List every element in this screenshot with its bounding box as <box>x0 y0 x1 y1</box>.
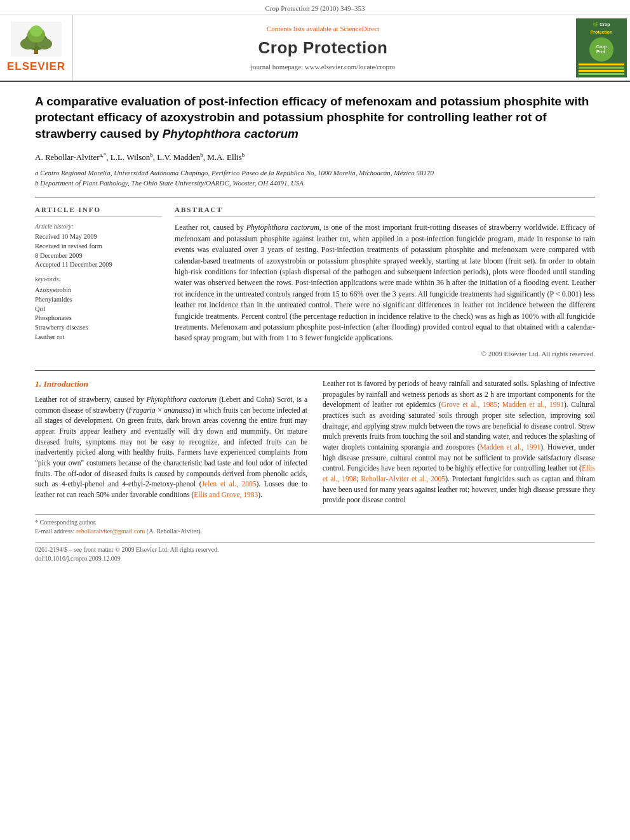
email-address: rebollaralviter@gmail.com <box>76 528 145 535</box>
citation-jelen: Jelen et al., 2005 <box>202 480 257 488</box>
journal-reference: Crop Protection 29 (2010) 349–353 <box>0 0 630 15</box>
citation-ellis-grove: Ellis and Grove, 1983 <box>194 491 258 498</box>
elsevier-tree-icon <box>11 22 62 57</box>
abstract-label: ABSTRACT <box>175 205 595 217</box>
revised-date: 8 December 2009 <box>35 251 162 261</box>
keyword-6: Leather rot <box>35 333 162 342</box>
crop-logo-title-text: 🌿 Crop <box>593 21 610 28</box>
footnote-corresponding: * Corresponding author. <box>35 518 595 527</box>
body-right-col: Leather rot is favored by periods of hea… <box>323 378 595 505</box>
journal-header: ELSEVIER Contents lists available at Sci… <box>0 15 630 81</box>
footnote-email: E-mail address: rebollaralviter@gmail.co… <box>35 527 595 536</box>
body-right-text: Leather rot is favored by periods of hea… <box>323 378 595 505</box>
crop-logo-stripes <box>579 63 624 75</box>
sciencedirect-name: ScienceDirect <box>340 25 379 32</box>
crop-logo-subtitle: Protection <box>591 29 613 36</box>
affiliations: a Centro Regional Morelia, Universidad A… <box>35 168 595 188</box>
affiliation-a: a Centro Regional Morelia, Universidad A… <box>35 168 595 178</box>
crop-circle-text: CropProt. <box>596 44 607 54</box>
email-person: (A. Rebollar-Alviter). <box>147 528 202 535</box>
svg-point-5 <box>30 25 43 37</box>
contents-text: Contents lists available at <box>267 25 338 32</box>
intro-heading: 1. Introduction <box>35 378 307 390</box>
divider-bottom <box>35 370 595 371</box>
abstract-column: ABSTRACT Leather rot, caused by Phytopht… <box>175 205 595 359</box>
crop-logo-circle: CropProt. <box>589 37 613 62</box>
revised-label: Received in revised form <box>35 242 162 251</box>
issn-doi-line: 0261-2194/$ – see front matter © 2009 El… <box>35 542 595 563</box>
keywords-group: keywords: Azoxystrobin Phenylamides QoI … <box>35 275 162 342</box>
journal-name: Crop Protection <box>258 36 388 59</box>
divider-thick <box>35 197 595 197</box>
keyword-1: Azoxystrobin <box>35 286 162 295</box>
citation-madden-1991b: Madden et al., 1991 <box>479 443 540 451</box>
elsevier-logo: ELSEVIER <box>0 15 73 80</box>
elsevier-text: ELSEVIER <box>7 59 65 74</box>
crop-logo-inner: 🌿 Crop Protection CropProt. <box>576 18 627 77</box>
accepted-date: Accepted 11 December 2009 <box>35 260 162 270</box>
footnote-area: * Corresponding author. E-mail address: … <box>35 514 595 536</box>
email-label: E-mail address: <box>35 528 74 535</box>
copyright-line: © 2009 Elsevier Ltd. All rights reserved… <box>175 349 595 359</box>
affiliation-b: b Department of Plant Pathology, The Ohi… <box>35 178 595 188</box>
journal-title-area: Contents lists available at ScienceDirec… <box>73 15 573 80</box>
crop-protection-logo: 🌿 Crop Protection CropProt. <box>573 15 630 80</box>
body-section: 1. Introduction Leather rot of strawberr… <box>35 378 595 505</box>
journal-homepage: journal homepage: www.elsevier.com/locat… <box>251 62 395 72</box>
history-label: Article history: <box>35 222 162 231</box>
keyword-5: Strawberry diseases <box>35 323 162 333</box>
received-date: Received 10 May 2009 <box>35 232 162 242</box>
abstract-text: Leather rot, caused by Phytophthora cact… <box>175 222 595 343</box>
issn-text: 0261-2194/$ – see front matter © 2009 El… <box>35 545 595 554</box>
body-left-col: 1. Introduction Leather rot of strawberr… <box>35 378 307 505</box>
keyword-3: QoI <box>35 305 162 314</box>
citation-rebollar-2005: Rebollar-Alviter et al., 2005 <box>361 475 445 483</box>
sciencedirect-line: Contents lists available at ScienceDirec… <box>267 24 379 34</box>
article-info-label: ARTICLE INFO <box>35 205 162 217</box>
history-group: Article history: Received 10 May 2009 Re… <box>35 222 162 270</box>
authors-line: A. Rebollar-Alvitera,*, L.L. Wilsonb, L.… <box>35 151 595 164</box>
journal-ref-text: Crop Protection 29 (2010) 349–353 <box>265 4 365 12</box>
keyword-4: Phosphonates <box>35 314 162 323</box>
keywords-label: keywords: <box>35 275 162 284</box>
info-abstract-area: ARTICLE INFO Article history: Received 1… <box>35 205 595 359</box>
citation-grove: Grove et al., 1985 <box>441 401 497 408</box>
healthy-word: healthy <box>133 448 154 456</box>
citation-madden-1991: Madden et al., 1991 <box>502 401 564 408</box>
body-left-text: Leather rot of strawberry, caused by Phy… <box>35 394 307 500</box>
main-content: A comparative evaluation of post-infecti… <box>0 82 630 571</box>
article-info-column: ARTICLE INFO Article history: Received 1… <box>35 205 162 359</box>
keyword-2: Phenylamides <box>35 295 162 305</box>
article-title: A comparative evaluation of post-infecti… <box>35 93 595 142</box>
doi-text: doi:10.1016/j.cropro.2009.12.009 <box>35 554 595 563</box>
